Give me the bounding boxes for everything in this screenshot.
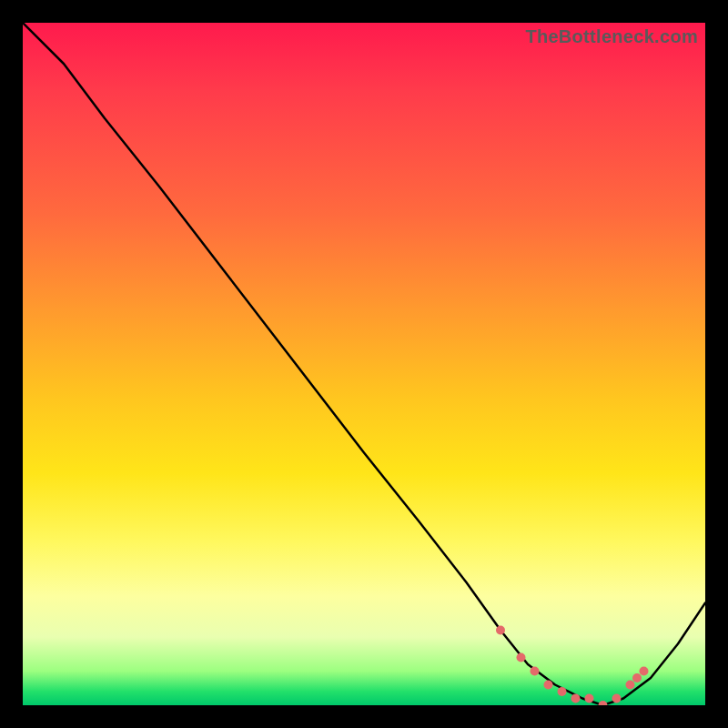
bottleneck-curve bbox=[23, 23, 705, 705]
highlight-dot bbox=[599, 701, 608, 705]
highlight-dot bbox=[571, 694, 581, 703]
watermark-text: TheBottleneck.com bbox=[525, 26, 698, 47]
highlight-dot bbox=[632, 673, 642, 682]
highlight-dot bbox=[640, 667, 649, 676]
curve-path bbox=[23, 23, 705, 705]
highlight-dot bbox=[585, 694, 594, 703]
highlight-dot bbox=[612, 694, 622, 703]
highlight-dot bbox=[531, 667, 540, 676]
curve-highlight-dots bbox=[496, 626, 649, 706]
chart-frame: TheBottleneck.com bbox=[0, 0, 728, 728]
plot-area: TheBottleneck.com bbox=[23, 23, 705, 705]
highlight-dot bbox=[544, 681, 553, 690]
highlight-dot bbox=[517, 653, 526, 662]
highlight-dot bbox=[558, 687, 567, 696]
highlight-dot bbox=[496, 626, 505, 635]
highlight-dot bbox=[626, 681, 635, 690]
